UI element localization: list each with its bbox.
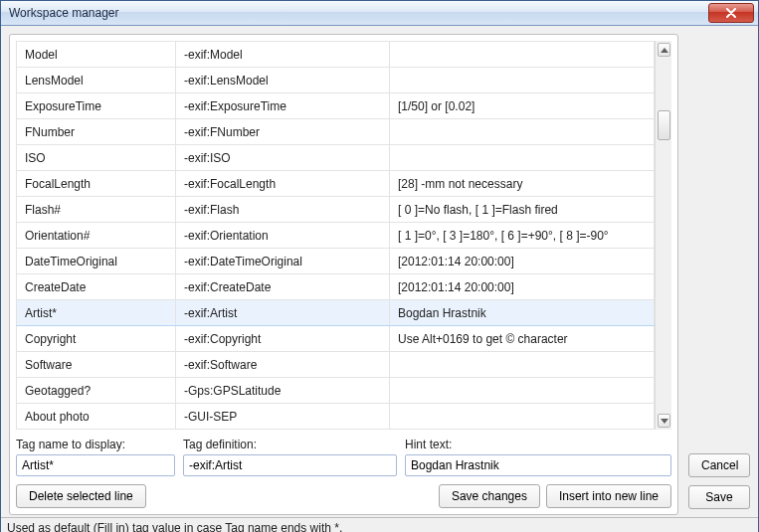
- close-button[interactable]: [708, 3, 754, 23]
- cell-name: Model: [17, 42, 176, 68]
- grid-area: Model-exif:ModelLensModel-exif:LensModel…: [16, 41, 671, 430]
- scroll-up-button[interactable]: [658, 43, 670, 57]
- cell-hint: [390, 42, 655, 68]
- table-row[interactable]: Copyright-exif:CopyrightUse Alt+0169 to …: [17, 326, 655, 352]
- cell-hint: [1/50] or [0.02]: [390, 93, 655, 119]
- tag-def-label: Tag definition:: [183, 438, 397, 451]
- cell-def: -exif:DateTimeOriginal: [176, 249, 390, 274]
- titlebar[interactable]: Workspace manager: [1, 1, 758, 26]
- table-row[interactable]: DateTimeOriginal-exif:DateTimeOriginal[2…: [17, 249, 655, 274]
- cell-name: DateTimeOriginal: [17, 249, 176, 274]
- cell-name: Copyright: [17, 326, 176, 352]
- cell-name: ISO: [17, 145, 176, 171]
- save-button[interactable]: Save: [688, 485, 750, 509]
- cell-def: -exif:Flash: [176, 197, 390, 223]
- client-area: Model-exif:ModelLensModel-exif:LensModel…: [1, 26, 758, 532]
- chevron-up-icon: [661, 48, 668, 53]
- cell-hint: [390, 404, 655, 430]
- edit-bar: Tag name to display: Tag definition: Hin…: [16, 438, 671, 476]
- chevron-down-icon: [661, 419, 668, 424]
- scrollbar[interactable]: [655, 41, 671, 430]
- cell-def: -exif:LensModel: [176, 68, 390, 93]
- cell-hint: [390, 378, 655, 404]
- cell-def: -exif:Copyright: [176, 326, 390, 352]
- cell-name: Artist*: [17, 300, 176, 326]
- scroll-thumb[interactable]: [658, 110, 670, 140]
- window-title: Workspace manager: [9, 6, 119, 20]
- cell-def: -exif:Artist: [176, 300, 390, 326]
- cell-name: FocalLength: [17, 171, 176, 197]
- save-changes-button[interactable]: Save changes: [439, 484, 540, 508]
- cell-def: -Gps:GPSLatitude: [176, 378, 390, 404]
- cell-def: -exif:FocalLength: [176, 171, 390, 197]
- cell-name: Orientation#: [17, 223, 176, 249]
- status-bar: Used as default (Fill in) tag value in c…: [1, 517, 758, 532]
- table-row[interactable]: Flash#-exif:Flash[ 0 ]=No flash, [ 1 ]=F…: [17, 197, 655, 223]
- cell-def: -exif:Model: [176, 42, 390, 68]
- hint-input[interactable]: [405, 454, 671, 476]
- cell-hint: [ 1 ]=0°, [ 3 ]=180°, [ 6 ]=+90°, [ 8 ]=…: [390, 223, 655, 249]
- cell-def: -exif:Orientation: [176, 223, 390, 249]
- cell-def: -exif:ExposureTime: [176, 93, 390, 119]
- table-row[interactable]: Artist*-exif:ArtistBogdan Hrastnik: [17, 300, 655, 326]
- table-row[interactable]: FocalLength-exif:FocalLength[28] -mm not…: [17, 171, 655, 197]
- cell-hint: [390, 352, 655, 378]
- cell-def: -exif:Software: [176, 352, 390, 378]
- table-row[interactable]: FNumber-exif:FNumber: [17, 119, 655, 145]
- cell-name: ExposureTime: [17, 93, 176, 119]
- cell-name: FNumber: [17, 119, 176, 145]
- cell-name: Flash#: [17, 197, 176, 223]
- close-icon: [726, 8, 736, 18]
- tag-name-label: Tag name to display:: [16, 438, 175, 451]
- cell-def: -GUI-SEP: [176, 404, 390, 430]
- cell-hint: [390, 68, 655, 93]
- data-grid[interactable]: Model-exif:ModelLensModel-exif:LensModel…: [16, 41, 655, 430]
- cell-hint: [2012:01:14 20:00:00]: [390, 249, 655, 274]
- table-row[interactable]: ISO-exif:ISO: [17, 145, 655, 171]
- cell-hint: Use Alt+0169 to get © character: [390, 326, 655, 352]
- cell-hint: [390, 119, 655, 145]
- table-row[interactable]: Model-exif:Model: [17, 42, 655, 68]
- cell-hint: [390, 145, 655, 171]
- cell-hint: [ 0 ]=No flash, [ 1 ]=Flash fired: [390, 197, 655, 223]
- hint-label: Hint text:: [405, 438, 671, 451]
- main-panel: Model-exif:ModelLensModel-exif:LensModel…: [9, 34, 678, 515]
- button-row: Delete selected line Save changes Insert…: [16, 484, 671, 508]
- cell-def: -exif:ISO: [176, 145, 390, 171]
- cell-name: LensModel: [17, 68, 176, 93]
- window: Workspace manager Model-exif:ModelLensMo…: [0, 0, 759, 532]
- table-row[interactable]: ExposureTime-exif:ExposureTime[1/50] or …: [17, 93, 655, 119]
- table-row[interactable]: CreateDate-exif:CreateDate[2012:01:14 20…: [17, 274, 655, 300]
- cell-name: Geotagged?: [17, 378, 176, 404]
- table-row[interactable]: Geotagged?-Gps:GPSLatitude: [17, 378, 655, 404]
- table-row[interactable]: Orientation#-exif:Orientation[ 1 ]=0°, […: [17, 223, 655, 249]
- cell-def: -exif:CreateDate: [176, 274, 390, 300]
- table-row[interactable]: LensModel-exif:LensModel: [17, 68, 655, 93]
- status-text: Used as default (Fill in) tag value in c…: [7, 521, 342, 532]
- delete-line-button[interactable]: Delete selected line: [16, 484, 146, 508]
- cell-hint: [2012:01:14 20:00:00]: [390, 274, 655, 300]
- cell-def: -exif:FNumber: [176, 119, 390, 145]
- cell-hint: Bogdan Hrastnik: [390, 300, 655, 326]
- cell-name: About photo: [17, 404, 176, 430]
- insert-new-line-button[interactable]: Insert into new line: [546, 484, 671, 508]
- tag-def-input[interactable]: [183, 454, 397, 476]
- cancel-button[interactable]: Cancel: [688, 453, 750, 477]
- side-buttons: Cancel Save: [688, 34, 750, 515]
- scroll-down-button[interactable]: [658, 414, 670, 428]
- table-row[interactable]: Software-exif:Software: [17, 352, 655, 378]
- tag-name-input[interactable]: [16, 454, 175, 476]
- cell-name: CreateDate: [17, 274, 176, 300]
- cell-name: Software: [17, 352, 176, 378]
- cell-hint: [28] -mm not necessary: [390, 171, 655, 197]
- table-row[interactable]: About photo-GUI-SEP: [17, 404, 655, 430]
